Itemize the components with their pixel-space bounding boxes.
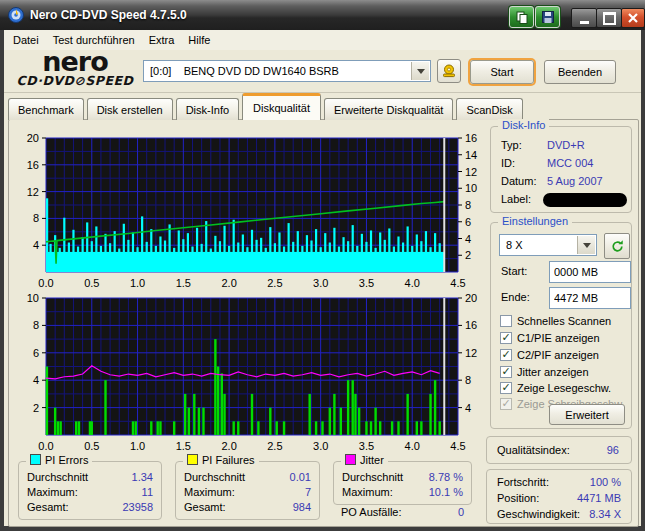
svg-text:2.5: 2.5 (267, 440, 282, 452)
svg-text:16: 16 (27, 159, 39, 171)
speed-value: 8.34 X (589, 508, 621, 520)
menu-hilfe[interactable]: Hilfe (181, 32, 217, 48)
disk-info-caption: Disk-Info (498, 119, 549, 131)
stat-label: Durchschnitt (184, 471, 245, 483)
pi-failures-caption: PI Failures (183, 454, 259, 466)
stat-value: 10.1 % (429, 486, 463, 498)
progress-label: Fortschritt: (497, 476, 549, 488)
checkbox-icon: ✓ (500, 315, 512, 327)
drive-select[interactable]: [0:0] BENQ DVD DD DW1640 BSRB (143, 60, 431, 82)
tab-erweiterte-diskqualitaet[interactable]: Erweiterte Diskqualität (324, 98, 453, 120)
svg-text:2.0: 2.0 (221, 277, 236, 289)
jitter-caption: Jitter (341, 454, 388, 466)
svg-text:3.0: 3.0 (313, 440, 328, 452)
po-failures-value: 0 (400, 506, 464, 518)
minimize-icon (580, 21, 589, 24)
end-label: Ende: (501, 291, 530, 303)
checkbox-jitter-anzeigen[interactable]: ✓ Jitter anzeigen (500, 364, 589, 379)
svg-text:2.5: 2.5 (267, 277, 282, 289)
checkbox-icon: ✓ (500, 382, 512, 394)
stat-label: Gesamt: (27, 501, 69, 513)
stat-value: 0.01 (290, 471, 311, 483)
window-title: Nero CD-DVD Speed 4.7.5.0 (30, 8, 187, 22)
stat-label: Durchschnitt (342, 471, 403, 483)
eject-icon (441, 63, 457, 79)
svg-text:8: 8 (33, 212, 39, 224)
nero-logo-text: nero (10, 51, 140, 73)
close-button[interactable] (621, 8, 645, 28)
start-label: Start: (501, 265, 527, 277)
copy-to-clipboard-button[interactable] (509, 6, 534, 28)
quality-index-value: 96 (607, 444, 619, 456)
svg-text:6: 6 (465, 216, 471, 228)
tab-benchmark[interactable]: Benchmark (8, 98, 84, 120)
tab-disk-info[interactable]: Disk-Info (176, 98, 239, 120)
checkbox-zeige-lesegeschw[interactable]: ✓ Zeige Lesegeschw. (500, 380, 611, 395)
pi-failures-jitter-chart: 246810481216200.00.51.01.52.02.53.03.54.… (0, 290, 487, 455)
minimize-button[interactable] (571, 8, 597, 28)
svg-text:8: 8 (465, 374, 471, 386)
tab-disk-erstellen[interactable]: Disk erstellen (87, 98, 173, 120)
close-icon (628, 13, 638, 23)
datum-label: Datum: (501, 175, 536, 187)
pi-errors-chart: 481216202468101214160.00.51.01.52.02.53.… (0, 125, 487, 291)
save-button[interactable] (535, 6, 560, 28)
start-button[interactable]: Start (470, 60, 534, 84)
svg-text:0.5: 0.5 (84, 440, 99, 452)
checkbox-icon: ✓ (500, 398, 512, 410)
speed-select[interactable]: 8 X (499, 234, 597, 256)
maximize-icon (603, 12, 616, 25)
tab-scandisk[interactable]: ScanDisk (456, 98, 522, 120)
svg-text:0.0: 0.0 (38, 440, 53, 452)
stat-label: Gesamt: (184, 501, 226, 513)
typ-label: Typ: (501, 139, 522, 151)
svg-text:4: 4 (465, 402, 471, 414)
svg-text:4.5: 4.5 (450, 440, 465, 452)
speed-label: Geschwindigkeit: (497, 508, 580, 520)
svg-text:16: 16 (465, 132, 477, 144)
checkbox-schnelles-scannen[interactable]: ✓ Schnelles Scannen (500, 313, 611, 328)
copy-icon (516, 11, 528, 24)
checkbox-icon: ✓ (500, 349, 512, 361)
svg-text:3.0: 3.0 (313, 277, 328, 289)
svg-text:4: 4 (465, 233, 471, 245)
app-icon (8, 7, 24, 23)
quality-index-label: Qualitätsindex: (497, 444, 570, 456)
svg-text:2.0: 2.0 (221, 440, 236, 452)
settings-box: Einstellungen 8 X Start: Ende: ✓ Schnell… (490, 222, 632, 429)
svg-text:12: 12 (27, 186, 39, 198)
stat-value: 984 (293, 501, 311, 513)
checkbox-icon: ✓ (500, 366, 512, 378)
svg-text:12: 12 (465, 347, 477, 359)
eject-button[interactable] (437, 59, 461, 83)
svg-text:2: 2 (33, 402, 39, 414)
svg-text:4: 4 (33, 239, 39, 251)
checkbox-c2-pif-anzeigen[interactable]: ✓ C2/PIF anzeigen (500, 347, 599, 362)
svg-text:1.0: 1.0 (130, 277, 145, 289)
checkbox-label: Zeige Lesegeschw. (517, 382, 611, 394)
typ-value: DVD+R (547, 139, 585, 151)
quit-button[interactable]: Beenden (544, 60, 616, 84)
stat-value: 1.34 (132, 471, 153, 483)
stat-value: 8.78 % (429, 471, 463, 483)
svg-text:8: 8 (33, 319, 39, 331)
disk-info-box: Disk-Info Typ: DVD+R ID: MCC 004 Datum: … (490, 126, 632, 213)
menu-datei[interactable]: Datei (6, 32, 46, 48)
tab-diskqualitaet[interactable]: Diskqualität (242, 93, 321, 120)
settings-caption: Einstellungen (498, 215, 572, 227)
start-input[interactable] (549, 261, 631, 283)
nero-logo: nero CD·DVD⊘SPEED (10, 51, 140, 88)
menu-extra[interactable]: Extra (142, 32, 182, 48)
advanced-button[interactable]: Erweitert (549, 404, 625, 425)
svg-text:1.0: 1.0 (130, 440, 145, 452)
tab-bar: Benchmark Disk erstellen Disk-Info Diskq… (8, 93, 526, 120)
svg-text:6: 6 (33, 347, 39, 359)
end-input[interactable] (549, 287, 631, 309)
checkbox-label: Jitter anzeigen (517, 366, 589, 378)
maximize-button[interactable] (596, 8, 622, 28)
svg-text:4.5: 4.5 (450, 277, 465, 289)
svg-text:3.5: 3.5 (359, 440, 374, 452)
svg-text:8: 8 (465, 199, 471, 211)
checkbox-c1-pie-anzeigen[interactable]: ✓ C1/PIE anzeigen (500, 330, 600, 345)
refresh-button[interactable] (604, 233, 630, 259)
